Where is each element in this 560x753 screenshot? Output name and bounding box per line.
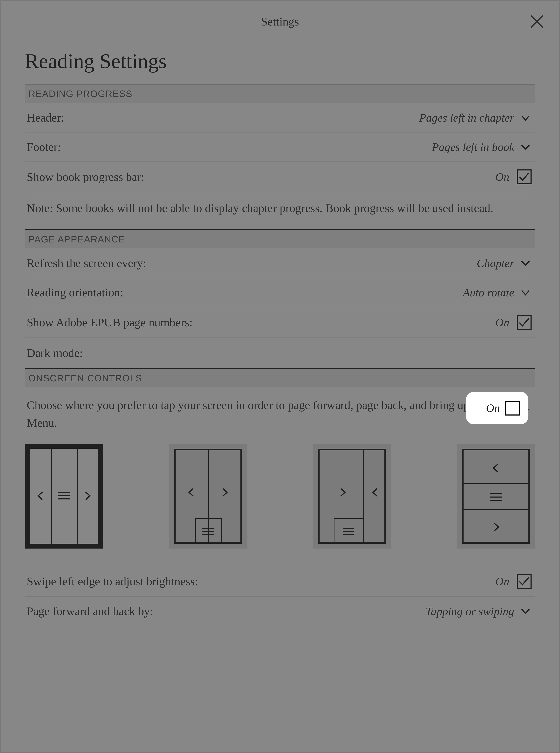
menu-icon [200, 525, 216, 537]
row-label: Show Adobe EPUB page numbers: [27, 316, 193, 329]
chevron-left-icon [368, 485, 382, 499]
section-header-onscreen-controls: ONSCREEN CONTROLS [25, 369, 535, 388]
row-header-display[interactable]: Header: Pages left in chapter [25, 103, 535, 133]
checkbox-checked[interactable] [517, 574, 532, 589]
row-label: Reading orientation: [27, 286, 123, 299]
check-icon [518, 171, 530, 183]
row-label: Header: [27, 111, 64, 124]
topbar-title: Settings [261, 15, 299, 28]
check-icon [518, 317, 530, 328]
row-value: On [486, 402, 500, 415]
row-value: Pages left in chapter [419, 111, 514, 124]
tap-zone-option-4[interactable] [457, 444, 535, 549]
close-button[interactable] [528, 13, 545, 30]
row-label: Show book progress bar: [27, 170, 144, 184]
row-value: On [495, 316, 509, 329]
check-icon [518, 575, 530, 587]
checkbox-checked[interactable] [517, 169, 532, 184]
row-refresh-screen[interactable]: Refresh the screen every: Chapter [25, 249, 535, 278]
onscreen-instruction: Choose where you prefer to tap your scre… [25, 388, 535, 439]
tap-zone-option-2[interactable] [169, 444, 247, 549]
menu-icon [488, 491, 504, 503]
menu-icon [341, 525, 356, 537]
chevron-right-icon [489, 520, 503, 534]
chevron-right-icon [218, 485, 232, 499]
chevron-down-icon [519, 141, 532, 153]
row-value: Pages left in book [432, 141, 514, 154]
tap-zone-option-3[interactable] [313, 444, 391, 549]
chevron-right-icon [80, 489, 94, 503]
row-label: Footer: [27, 140, 61, 154]
row-value: On [495, 575, 509, 588]
row-dark-mode-dimmed[interactable]: Dark mode: On [25, 338, 535, 368]
section-header-reading-progress: READING PROGRESS [25, 84, 535, 103]
tap-zone-picker [25, 439, 535, 566]
section-reading-progress: READING PROGRESS Header: Pages left in c… [25, 84, 535, 229]
row-value: Tapping or swiping [425, 605, 514, 618]
row-show-progress-bar[interactable]: Show book progress bar: On [25, 162, 535, 192]
chevron-right-icon [336, 485, 349, 499]
section-page-appearance: PAGE APPEARANCE Refresh the screen every… [25, 229, 535, 368]
chevron-left-icon [185, 485, 198, 499]
row-swipe-brightness[interactable]: Swipe left edge to adjust brightness: On [25, 566, 535, 597]
page-title: Reading Settings [25, 49, 535, 73]
section-onscreen-controls: ONSCREEN CONTROLS Choose where you prefe… [25, 368, 535, 626]
row-footer-display[interactable]: Footer: Pages left in book [25, 133, 535, 162]
tap-zone-option-1[interactable] [25, 444, 103, 549]
chevron-down-icon [519, 286, 532, 299]
chevron-down-icon [519, 605, 532, 617]
chevron-left-icon [489, 461, 503, 475]
chevron-left-icon [34, 489, 47, 503]
row-adobe-page-numbers[interactable]: Show Adobe EPUB page numbers: On [25, 307, 535, 338]
row-reading-orientation[interactable]: Reading orientation: Auto rotate [25, 278, 535, 307]
note-chapter-progress: Note: Some books will not be able to dis… [25, 192, 535, 229]
chevron-down-icon [519, 112, 532, 124]
close-icon [529, 14, 544, 29]
dark-mode-highlight: On [466, 392, 528, 424]
row-value: On [495, 170, 509, 183]
checkbox-checked[interactable] [517, 315, 532, 330]
chevron-down-icon [519, 257, 532, 269]
row-value: Chapter [477, 257, 514, 270]
row-label: Dark mode: [27, 346, 83, 360]
menu-icon [56, 489, 72, 503]
row-label: Page forward and back by: [27, 604, 153, 618]
checkbox-unchecked[interactable] [505, 401, 520, 415]
row-label: Refresh the screen every: [27, 256, 146, 270]
row-page-forward-mode[interactable]: Page forward and back by: Tapping or swi… [25, 597, 535, 626]
row-dark-mode[interactable]: On [466, 392, 528, 424]
row-label: Swipe left edge to adjust brightness: [27, 574, 198, 588]
section-header-page-appearance: PAGE APPEARANCE [25, 230, 535, 249]
row-value: Auto rotate [463, 286, 514, 299]
top-bar: Settings [1, 1, 559, 42]
